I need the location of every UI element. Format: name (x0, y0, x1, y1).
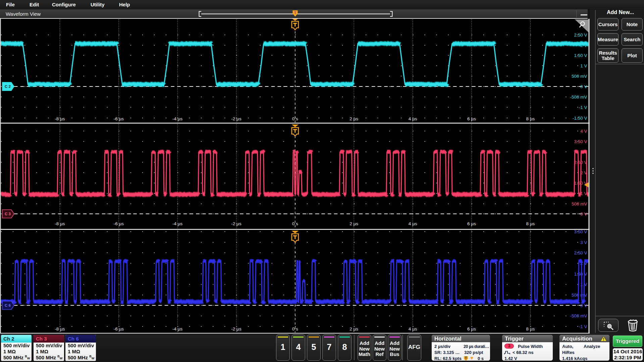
svg-text:0 V: 0 V (580, 84, 587, 89)
svg-text:-500 mV: -500 mV (570, 95, 587, 100)
svg-text:1.50 V: 1.50 V (574, 272, 587, 277)
svg-text:C 3: C 3 (5, 212, 11, 216)
svg-text:-4 µs: -4 µs (172, 326, 183, 331)
svg-text:4 V: 4 V (580, 129, 587, 134)
svg-text:0 s: 0 s (292, 221, 298, 226)
svg-text:C 2: C 2 (5, 84, 11, 88)
svg-text:-1 V: -1 V (579, 324, 587, 329)
svg-text:1 V: 1 V (580, 63, 587, 68)
svg-text:-2 µs: -2 µs (231, 326, 241, 331)
svg-text:1.50 V: 1.50 V (574, 53, 587, 58)
svg-text:-6 µs: -6 µs (114, 116, 124, 121)
svg-text:-1 V: -1 V (579, 105, 587, 110)
svg-text:2.50 V: 2.50 V (574, 250, 587, 255)
svg-text:4 µs: 4 µs (409, 116, 417, 121)
svg-text:-8 µs: -8 µs (55, 116, 65, 121)
svg-text:-8 µs: -8 µs (55, 326, 65, 331)
svg-text:1 V: 1 V (580, 191, 587, 196)
svg-text:T: T (465, 356, 467, 360)
svg-text:-2 µs: -2 µs (231, 221, 241, 226)
svg-text:4 µs: 4 µs (409, 326, 417, 331)
svg-text:4 µs: 4 µs (409, 221, 417, 226)
svg-text:-6 µs: -6 µs (114, 326, 124, 331)
svg-text:-8 µs: -8 µs (55, 221, 65, 226)
svg-text:3.50 V: 3.50 V (574, 229, 587, 234)
svg-text:8 µs: 8 µs (526, 116, 535, 121)
svg-text:6 µs: 6 µs (467, 221, 476, 226)
svg-text:3.50 V: 3.50 V (574, 139, 587, 144)
svg-text:2 µs: 2 µs (350, 116, 358, 121)
svg-text:T: T (294, 11, 297, 15)
svg-text:-4 µs: -4 µs (172, 116, 183, 121)
svg-text:6 µs: 6 µs (467, 326, 476, 331)
svg-text:-1.50 V: -1.50 V (573, 116, 587, 121)
svg-text:500 mV: 500 mV (572, 293, 587, 298)
svg-text:8 µs: 8 µs (526, 221, 535, 226)
svg-text:C 6: C 6 (5, 303, 11, 307)
svg-text:2 µs: 2 µs (350, 221, 358, 226)
svg-text:2.50 V: 2.50 V (574, 33, 587, 38)
svg-text:-6 µs: -6 µs (114, 221, 124, 226)
svg-text:2 µs: 2 µs (350, 326, 358, 331)
svg-text:0 V: 0 V (580, 212, 587, 217)
svg-text:-2 µs: -2 µs (231, 116, 241, 121)
svg-text:8 µs: 8 µs (526, 326, 535, 331)
svg-text:-500 mV: -500 mV (570, 313, 587, 318)
svg-text:500 mV: 500 mV (572, 201, 587, 206)
svg-text:0 s: 0 s (292, 326, 298, 331)
svg-text:3 V: 3 V (580, 240, 587, 245)
svg-text:500 mV: 500 mV (572, 74, 587, 79)
svg-text:6 µs: 6 µs (467, 116, 476, 121)
svg-text:0 s: 0 s (292, 116, 298, 121)
svg-text:-4 µs: -4 µs (172, 221, 183, 226)
